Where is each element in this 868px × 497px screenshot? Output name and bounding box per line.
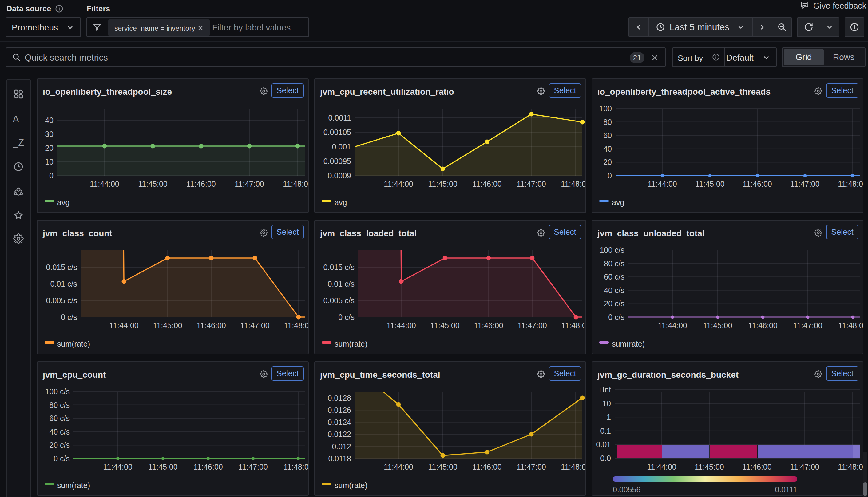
- svg-text:11:45:00: 11:45:00: [153, 321, 182, 330]
- svg-text:11:44:00: 11:44:00: [387, 321, 416, 330]
- svg-text:80 c/s: 80 c/s: [49, 401, 70, 409]
- svg-text:11:44:00: 11:44:00: [648, 180, 677, 188]
- svg-text:11:46:00: 11:46:00: [472, 180, 502, 188]
- svg-text:+Inf: +Inf: [598, 385, 611, 394]
- svg-text:80: 80: [603, 118, 612, 126]
- svg-text:10: 10: [602, 399, 611, 408]
- svg-text:0.015 c/s: 0.015 c/s: [323, 263, 355, 272]
- svg-text:11:48:00: 11:48:00: [838, 180, 863, 188]
- svg-text:11:44:00: 11:44:00: [384, 180, 413, 188]
- svg-text:sum(rate): sum(rate): [57, 481, 90, 489]
- svg-text:0.0118: 0.0118: [328, 454, 351, 463]
- svg-text:20 c/s: 20 c/s: [49, 441, 70, 449]
- svg-text:11:48:00: 11:48:00: [283, 180, 309, 188]
- svg-text:0.00105: 0.00105: [323, 128, 351, 137]
- svg-text:0.00556: 0.00556: [613, 485, 640, 494]
- svg-text:1: 1: [607, 413, 611, 421]
- svg-text:11:46:00: 11:46:00: [186, 180, 216, 188]
- svg-text:0: 0: [49, 171, 54, 180]
- svg-text:11:45:00: 11:45:00: [695, 180, 724, 188]
- svg-text:0.005 c/s: 0.005 c/s: [46, 296, 77, 305]
- svg-text:11:48:00: 11:48:00: [284, 321, 309, 330]
- svg-text:0: 0: [608, 171, 612, 180]
- svg-text:11:46:00: 11:46:00: [197, 321, 226, 330]
- svg-text:11:47:00: 11:47:00: [790, 180, 820, 188]
- svg-text:40: 40: [603, 144, 612, 153]
- svg-text:11:48:00: 11:48:00: [561, 180, 586, 188]
- svg-text:11:47:00: 11:47:00: [517, 463, 546, 471]
- svg-text:11:48:00: 11:48:00: [284, 463, 309, 471]
- svg-text:11:48:00: 11:48:00: [561, 321, 586, 330]
- svg-text:0 c/s: 0 c/s: [61, 313, 77, 322]
- svg-text:100 c/s: 100 c/s: [599, 246, 624, 254]
- svg-text:11:45:00: 11:45:00: [428, 463, 457, 471]
- svg-text:20: 20: [603, 158, 612, 166]
- svg-text:11:47:00: 11:47:00: [235, 180, 264, 188]
- svg-text:0.1: 0.1: [600, 427, 611, 435]
- svg-text:avg: avg: [334, 198, 347, 207]
- svg-text:0.00095: 0.00095: [323, 157, 351, 166]
- svg-text:0.015 c/s: 0.015 c/s: [46, 263, 77, 272]
- svg-text:0.0122: 0.0122: [328, 430, 351, 439]
- svg-text:11:48:00: 11:48:00: [838, 463, 863, 471]
- svg-text:11:46:00: 11:46:00: [742, 180, 772, 188]
- svg-text:11:45:00: 11:45:00: [430, 321, 459, 330]
- svg-text:20 c/s: 20 c/s: [604, 299, 624, 308]
- svg-text:0.0128: 0.0128: [328, 394, 351, 402]
- svg-text:0.0009: 0.0009: [328, 171, 351, 180]
- svg-text:60 c/s: 60 c/s: [604, 272, 624, 281]
- svg-text:11:45:00: 11:45:00: [148, 463, 177, 471]
- svg-text:0.01 c/s: 0.01 c/s: [328, 280, 355, 288]
- svg-text:0.0011: 0.0011: [328, 113, 351, 122]
- svg-text:11:44:00: 11:44:00: [90, 180, 119, 188]
- svg-text:11:44:00: 11:44:00: [384, 463, 413, 471]
- svg-text:10: 10: [45, 157, 54, 166]
- svg-text:11:45:00: 11:45:00: [695, 463, 724, 471]
- svg-text:11:46:00: 11:46:00: [474, 321, 503, 330]
- svg-text:11:47:00: 11:47:00: [240, 321, 269, 330]
- svg-text:11:47:00: 11:47:00: [518, 321, 547, 330]
- svg-text:60: 60: [603, 131, 612, 140]
- svg-text:0.01: 0.01: [596, 440, 611, 449]
- svg-text:11:46:00: 11:46:00: [742, 463, 771, 471]
- svg-text:60 c/s: 60 c/s: [49, 414, 70, 423]
- svg-text:0.012: 0.012: [332, 442, 351, 451]
- svg-text:11:47:00: 11:47:00: [793, 321, 822, 330]
- svg-text:sum(rate): sum(rate): [334, 481, 367, 489]
- svg-text:40 c/s: 40 c/s: [604, 286, 624, 295]
- svg-text:0.01 c/s: 0.01 c/s: [50, 280, 77, 288]
- svg-text:11:44:00: 11:44:00: [647, 463, 676, 471]
- svg-text:0.0: 0.0: [600, 454, 611, 463]
- svg-text:11:48:00: 11:48:00: [838, 321, 863, 330]
- svg-text:80 c/s: 80 c/s: [604, 259, 624, 268]
- svg-text:40 c/s: 40 c/s: [49, 427, 70, 436]
- svg-text:avg: avg: [612, 198, 624, 207]
- svg-text:11:45:00: 11:45:00: [428, 180, 457, 188]
- svg-text:11:48:00: 11:48:00: [561, 463, 586, 471]
- svg-text:0.001: 0.001: [332, 142, 351, 151]
- svg-text:11:46:00: 11:46:00: [748, 321, 777, 330]
- svg-text:100: 100: [599, 104, 612, 113]
- svg-text:11:45:00: 11:45:00: [138, 180, 167, 188]
- svg-text:11:46:00: 11:46:00: [472, 463, 502, 471]
- svg-text:sum(rate): sum(rate): [334, 340, 367, 348]
- svg-text:sum(rate): sum(rate): [612, 340, 645, 348]
- svg-text:11:47:00: 11:47:00: [790, 463, 819, 471]
- svg-text:0 c/s: 0 c/s: [608, 313, 624, 322]
- svg-text:0 c/s: 0 c/s: [338, 313, 355, 322]
- svg-text:11:45:00: 11:45:00: [703, 321, 732, 330]
- svg-text:11:47:00: 11:47:00: [517, 180, 546, 188]
- svg-text:40: 40: [45, 116, 54, 125]
- svg-text:sum(rate): sum(rate): [57, 340, 90, 348]
- svg-text:0 c/s: 0 c/s: [54, 454, 70, 463]
- svg-text:0.0111: 0.0111: [775, 485, 797, 494]
- svg-text:0.0126: 0.0126: [328, 406, 351, 414]
- svg-text:11:44:00: 11:44:00: [103, 463, 132, 471]
- svg-text:20: 20: [45, 144, 54, 152]
- svg-text:11:47:00: 11:47:00: [238, 463, 267, 471]
- svg-text:100 c/s: 100 c/s: [45, 387, 70, 396]
- svg-text:0.0124: 0.0124: [328, 418, 351, 427]
- svg-text:11:44:00: 11:44:00: [109, 321, 139, 330]
- svg-text:11:46:00: 11:46:00: [193, 463, 222, 471]
- svg-text:11:44:00: 11:44:00: [658, 321, 687, 330]
